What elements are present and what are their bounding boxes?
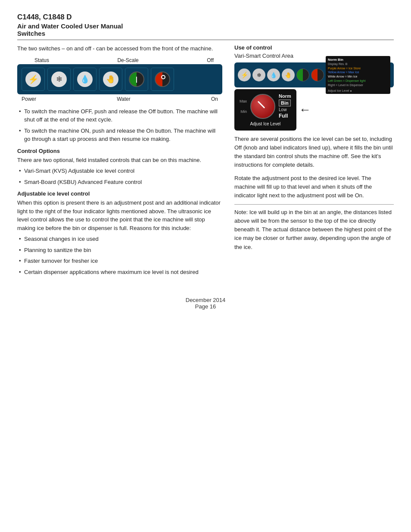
vari-smart-item: Vari-Smart (KVS) Adjustable ice level co…: [17, 167, 222, 175]
dispenser-item: Certain dispenser applications where max…: [17, 268, 222, 277]
arrow-indicator: ←: [299, 103, 311, 117]
bin-box: Bin: [279, 100, 291, 106]
fresher-item: Faster turnover for fresher ice: [17, 257, 222, 265]
power-button[interactable]: ⚡: [22, 68, 45, 91]
on-instruction: To switch the machine ON, push and relea…: [17, 127, 222, 143]
panel-top-labels: Status De-Scale Off: [17, 57, 222, 63]
control-options-title: Control Options: [17, 148, 222, 154]
intro-text: The two switches – on and off - can be a…: [17, 44, 222, 53]
snowflake-icon: ❄: [51, 72, 67, 87]
title-line1: C1448, C1848 D: [17, 13, 394, 22]
power-icon: ⚡: [25, 72, 41, 87]
smart-board-item: Smart-Board (KSBU) Advanced Feature cont…: [17, 178, 222, 187]
right-power-icon: ⚡: [238, 68, 251, 81]
right-on-icon: [296, 68, 309, 81]
note-block: Note: Ice will build up in the bin at an…: [234, 204, 394, 252]
adjust-ice-label: Adjust Ice Level: [240, 121, 291, 126]
norm-bin-labels: Norm Bin Low Full: [279, 93, 291, 119]
use-control-title: Use of control: [234, 44, 394, 51]
descale-button[interactable]: 🤚: [99, 68, 122, 91]
on-icon: |: [129, 72, 144, 87]
left-column: The two switches – on and off - can be a…: [17, 44, 222, 280]
control-options-list: Vari-Smart (KVS) Adjustable ice level co…: [17, 167, 222, 186]
ice-level-title: Adjustable ice level control: [17, 190, 222, 197]
status-button[interactable]: ❄: [47, 68, 71, 91]
water-button[interactable]: 💧: [73, 68, 97, 91]
label-descale: De-Scale: [117, 57, 138, 63]
label-on: On: [211, 96, 218, 102]
right-panel-text: Norm Bin Display Rev. B Purple Arrow = I…: [326, 56, 390, 94]
footer-date: December 2014: [17, 297, 394, 303]
title-line3: Switches: [17, 30, 394, 37]
control-options-text: There are two optional, field installed …: [17, 156, 222, 165]
right-off-icon: [311, 68, 324, 81]
knob-section: Max Min Norm: [234, 89, 296, 131]
off-icon: [155, 72, 170, 87]
off-button[interactable]: [151, 68, 174, 91]
ice-level-list: Seasonal changes in ice used Planning to…: [17, 235, 222, 276]
footer-page: Page 16: [17, 303, 394, 310]
right-control-panel: ⚡ ❄ 💧 🤚 Norm Bin Display Rev. B Purple A…: [234, 62, 394, 87]
water-icon: 💧: [77, 72, 93, 87]
right-column: Use of control Vari-Smart Control Area ⚡…: [234, 44, 394, 280]
right-descale-icon: 🤚: [282, 68, 295, 81]
full-label: Full: [279, 113, 288, 119]
label-status: Status: [34, 57, 49, 63]
ice-level-text: When this option is present there is an …: [17, 199, 222, 232]
right-snowflake-icon: ❄: [252, 68, 265, 81]
control-panel: ⚡ ❄ 💧 🤚: [17, 64, 222, 94]
ice-level-knob[interactable]: [250, 94, 275, 119]
off-instruction: To switch the machine OFF, push and rele…: [17, 107, 222, 124]
max-min-labels: Max Min: [240, 99, 247, 114]
right-water-icon: 💧: [267, 68, 280, 81]
title-line2: Air and Water Cooled User Manual: [17, 22, 394, 30]
switch-instructions: To switch the machine OFF, push and rele…: [17, 107, 222, 143]
footer: December 2014 Page 16: [17, 297, 394, 310]
right-text-1: There are several positions the ice leve…: [234, 135, 394, 200]
knob-row: Max Min Norm: [234, 89, 394, 131]
page-header: C1448, C1848 D Air and Water Cooled User…: [17, 13, 394, 40]
panel-bottom-labels: Power Water On: [17, 96, 222, 102]
on-button[interactable]: |: [125, 68, 148, 91]
label-power: Power: [22, 96, 36, 102]
seasonal-item: Seasonal changes in ice used: [17, 235, 222, 243]
descale-icon: 🤚: [103, 72, 118, 87]
label-off: Off: [207, 57, 214, 63]
label-water: Water: [117, 96, 131, 102]
sanitize-item: Planning to sanitize the bin: [17, 246, 222, 255]
low-label: Low: [279, 107, 291, 112]
